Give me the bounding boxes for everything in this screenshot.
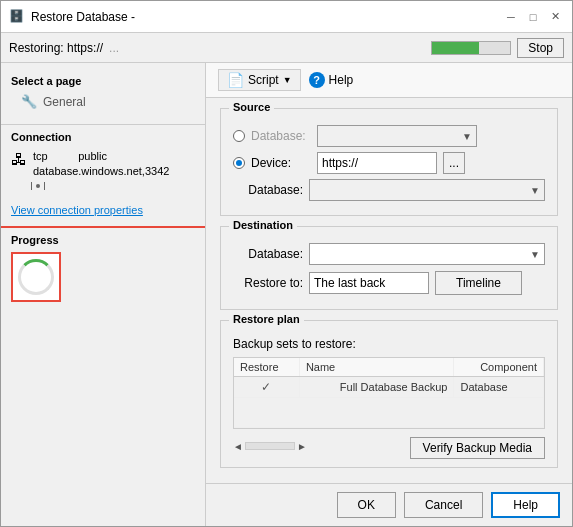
- cancel-button[interactable]: Cancel: [404, 492, 483, 518]
- restore-plan-group: Restore plan Backup sets to restore: Res…: [220, 320, 558, 468]
- restore-to-row: Restore to: Timeline: [233, 271, 545, 295]
- scroll-right-icon[interactable]: ►: [297, 441, 307, 452]
- destination-database-row: Database: ▼: [233, 243, 545, 265]
- script-label: Script: [248, 73, 279, 87]
- connection-label: Connection: [11, 131, 195, 143]
- connection-lines: [11, 180, 195, 192]
- form-area: Source Database: ▼: [206, 98, 572, 483]
- database-radio-row: Database: ▼: [233, 125, 545, 147]
- help-button[interactable]: Help: [491, 492, 560, 518]
- scroll-controls: ◄ ►: [233, 441, 307, 452]
- database-radio-label: Database:: [251, 129, 311, 143]
- sidebar-item-general-label: General: [43, 95, 86, 109]
- line-top: [31, 182, 32, 190]
- connection-details: tcp public database.windows.net,3342: [33, 149, 169, 180]
- connection-icon: 🖧: [11, 151, 27, 169]
- restore-database-window: 🗄️ Restore Database - ─ □ ✕ Restoring: h…: [0, 0, 573, 527]
- backup-table: Restore Name Component ✓: [234, 358, 544, 428]
- connection-server: public: [78, 150, 107, 162]
- toolbar-left: Restoring: https:// ...: [9, 41, 119, 55]
- restore-plan-label: Restore plan: [229, 313, 304, 325]
- left-panel: Select a page 🔧 General Connection 🖧 tcp…: [1, 63, 206, 526]
- help-icon: ?: [309, 72, 325, 88]
- backup-sets-label: Backup sets to restore:: [233, 337, 545, 351]
- connection-section: Connection 🖧 tcp public database.windows…: [1, 124, 205, 198]
- help-label: Help: [329, 73, 354, 87]
- table-header-row: Restore Name Component: [234, 358, 544, 377]
- table-row: ✓ Full Database Backup Database: [234, 377, 544, 398]
- connection-dot: [36, 184, 40, 188]
- database-dropdown: ▼: [317, 125, 477, 147]
- scroll-track: [245, 442, 295, 450]
- device-radio[interactable]: [233, 157, 245, 169]
- database-below-label: Database:: [233, 183, 303, 197]
- database-radio[interactable]: [233, 130, 245, 142]
- row-name: Full Database Backup: [299, 377, 454, 398]
- script-toolbar: 📄 Script ▼ ? Help: [206, 63, 572, 98]
- col-component: Component: [454, 358, 544, 377]
- col-name: Name: [299, 358, 454, 377]
- database-below-dropdown: ▼: [309, 179, 545, 201]
- title-buttons: ─ □ ✕: [502, 8, 564, 26]
- backup-table-container: Restore Name Component ✓: [233, 357, 545, 429]
- maximize-button[interactable]: □: [524, 8, 542, 26]
- line-bottom: [44, 182, 45, 190]
- dropdown-arrow-icon: ▼: [462, 131, 472, 142]
- ok-button[interactable]: OK: [337, 492, 396, 518]
- select-page-label: Select a page: [1, 71, 205, 91]
- progress-label: Progress: [11, 234, 195, 246]
- window-title: Restore Database -: [31, 10, 135, 24]
- restore-to-input[interactable]: [309, 272, 429, 294]
- sidebar-item-general[interactable]: 🔧 General: [1, 91, 205, 112]
- restore-to-label: Restore to:: [233, 276, 303, 290]
- restore-plan-content: Backup sets to restore: Restore Name Com…: [233, 329, 545, 459]
- verify-backup-button[interactable]: Verify Backup Media: [410, 437, 545, 459]
- connection-type-server: tcp public: [33, 149, 169, 164]
- progress-spinner-container: [11, 252, 61, 302]
- destination-database-dropdown[interactable]: ▼: [309, 243, 545, 265]
- device-input[interactable]: [317, 152, 437, 174]
- device-browse-button[interactable]: ...: [443, 152, 465, 174]
- script-dropdown-arrow: ▼: [283, 75, 292, 85]
- source-group: Source Database: ▼: [220, 108, 558, 216]
- device-radio-label: Device:: [251, 156, 311, 170]
- connection-info: 🖧 tcp public database.windows.net,3342: [11, 149, 195, 180]
- progress-spinner: [18, 259, 54, 295]
- checkmark-icon: ✓: [261, 380, 271, 394]
- bottom-bar: OK Cancel Help: [206, 483, 572, 526]
- source-form: Database: ▼ Device: ...: [233, 117, 545, 201]
- right-panel: 📄 Script ▼ ? Help Source: [206, 63, 572, 526]
- toolbar-progress-bar: [431, 41, 511, 55]
- col-restore: Restore: [234, 358, 299, 377]
- minimize-button[interactable]: ─: [502, 8, 520, 26]
- main-content: Select a page 🔧 General Connection 🖧 tcp…: [1, 63, 572, 526]
- help-toolbar-button[interactable]: ? Help: [309, 72, 354, 88]
- empty-row: [234, 398, 544, 428]
- progress-section: Progress: [1, 226, 205, 308]
- database-below-dropdown-arrow: ▼: [530, 185, 540, 196]
- destination-group: Destination Database: ▼ Restore to:: [220, 226, 558, 310]
- toolbar-row: Restoring: https:// ... Stop: [1, 33, 572, 63]
- title-bar-left: 🗄️ Restore Database -: [9, 9, 135, 25]
- script-button[interactable]: 📄 Script ▼: [218, 69, 301, 91]
- destination-dropdown-arrow: ▼: [530, 249, 540, 260]
- destination-form: Database: ▼ Restore to: Timeline: [233, 235, 545, 295]
- row-restore-check[interactable]: ✓: [234, 377, 299, 398]
- stop-button[interactable]: Stop: [517, 38, 564, 58]
- row-component: Database: [454, 377, 544, 398]
- view-connection-properties-link[interactable]: View connection properties: [1, 198, 205, 222]
- database-below-row: Database: ▼: [233, 179, 545, 201]
- scroll-left-icon[interactable]: ◄: [233, 441, 243, 452]
- script-icon: 📄: [227, 72, 244, 88]
- title-bar: 🗄️ Restore Database - ─ □ ✕: [1, 1, 572, 33]
- restoring-label: Restoring: https://: [9, 41, 103, 55]
- table-bottom-row: ◄ ► Verify Backup Media: [233, 433, 545, 459]
- destination-database-label: Database:: [233, 247, 303, 261]
- destination-group-label: Destination: [229, 219, 297, 231]
- general-icon: 🔧: [21, 94, 37, 109]
- source-group-label: Source: [229, 101, 274, 113]
- ellipsis-indicator: ...: [109, 41, 119, 55]
- timeline-button[interactable]: Timeline: [435, 271, 522, 295]
- progress-bar-fill: [432, 42, 479, 54]
- close-button[interactable]: ✕: [546, 8, 564, 26]
